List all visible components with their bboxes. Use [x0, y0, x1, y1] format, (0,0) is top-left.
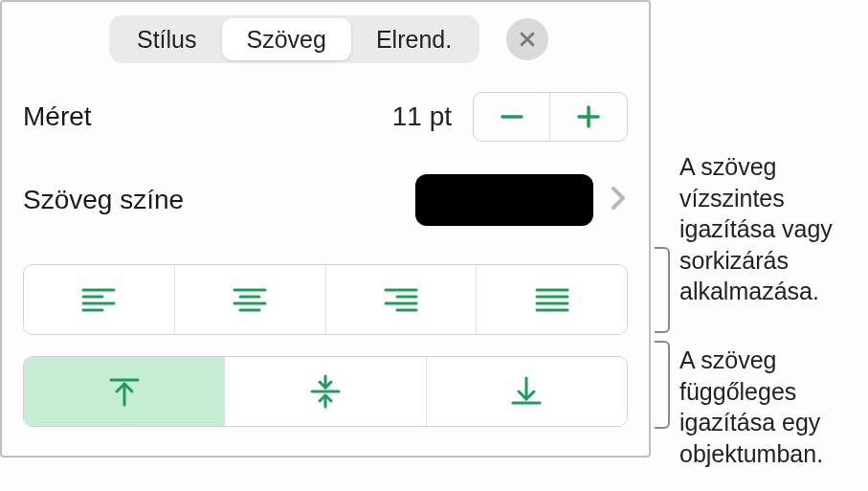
- text-format-panel: Stílus Szöveg Elrend. Méret 11 pt: [0, 0, 651, 458]
- align-right-icon: [382, 284, 420, 315]
- tab-arrange[interactable]: Elrend.: [351, 18, 477, 60]
- align-justify-icon: [533, 284, 571, 315]
- align-center-button[interactable]: [175, 265, 326, 334]
- align-bottom-button[interactable]: [427, 357, 627, 426]
- vertical-align-group: [23, 356, 628, 427]
- align-left-button[interactable]: [24, 265, 175, 334]
- plus-icon: [574, 102, 603, 131]
- align-middle-icon: [306, 372, 345, 411]
- size-controls: 11 pt: [392, 92, 628, 142]
- text-color-row: Szöveg színe: [23, 174, 628, 226]
- tab-style[interactable]: Stílus: [112, 18, 222, 60]
- tab-segmented: Stílus Szöveg Elrend.: [109, 15, 479, 63]
- align-left-icon: [79, 284, 118, 315]
- callout-horizontal-align: A szöveg vízszintes igazítása vagy sorki…: [679, 151, 868, 307]
- text-color-swatch[interactable]: [415, 174, 593, 226]
- bracket-horizontal: [655, 247, 670, 333]
- chevron-right-icon: [609, 184, 628, 212]
- close-icon: [518, 30, 537, 49]
- tab-text[interactable]: Szöveg: [222, 18, 351, 60]
- align-center-icon: [231, 284, 269, 315]
- text-color-controls: [415, 174, 628, 226]
- size-stepper: [473, 92, 628, 142]
- size-label: Méret: [23, 101, 92, 132]
- size-increase-button[interactable]: [550, 93, 627, 141]
- text-color-label: Szöveg színe: [23, 185, 184, 215]
- text-color-more-button[interactable]: [609, 184, 628, 216]
- callout-vertical-align: A szöveg függőleges igazítása egy objekt…: [679, 345, 868, 469]
- align-bottom-icon: [507, 372, 545, 411]
- align-middle-button[interactable]: [225, 357, 426, 426]
- size-value: 11 pt: [392, 101, 452, 132]
- align-right-button[interactable]: [326, 265, 478, 334]
- minus-icon: [498, 102, 526, 131]
- horizontal-align-group: [23, 264, 628, 335]
- tab-bar: Stílus Szöveg Elrend.: [109, 15, 628, 63]
- align-top-icon: [105, 372, 144, 411]
- bracket-vertical: [655, 341, 670, 429]
- align-top-button[interactable]: [24, 357, 225, 426]
- close-button[interactable]: [506, 18, 548, 60]
- align-justify-button[interactable]: [477, 265, 627, 334]
- size-decrease-button[interactable]: [474, 93, 550, 141]
- callouts-area: A szöveg vízszintes igazítása vagy sorki…: [651, 0, 868, 491]
- size-row: Méret 11 pt: [23, 92, 628, 142]
